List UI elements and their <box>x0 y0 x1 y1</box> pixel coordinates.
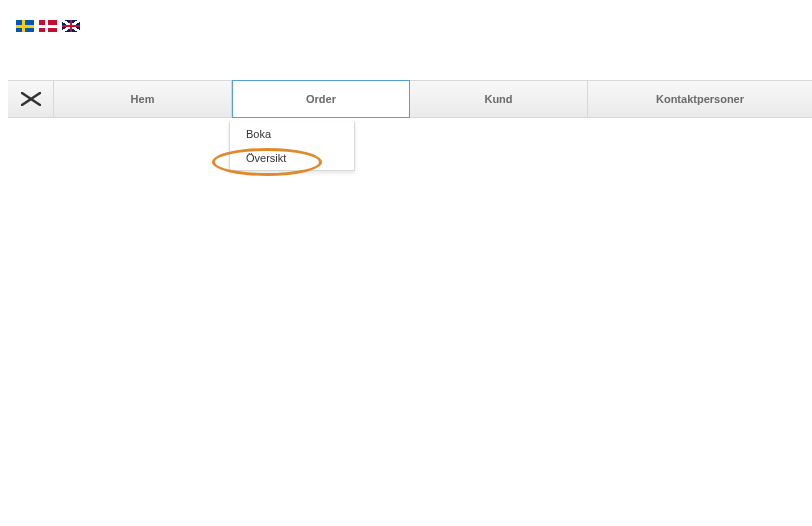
swedish-flag-icon[interactable] <box>16 20 34 32</box>
tab-kund[interactable]: Kund <box>410 81 588 117</box>
close-x-icon <box>21 92 41 106</box>
tab-label: Hem <box>131 93 155 105</box>
tab-label: Kund <box>484 93 512 105</box>
tab-label: Order <box>306 93 336 105</box>
language-flags <box>0 0 812 32</box>
uk-flag-icon[interactable] <box>62 20 80 32</box>
menu-toggle-button[interactable] <box>8 81 54 117</box>
danish-flag-icon[interactable] <box>39 20 57 32</box>
order-dropdown-menu: Boka Översikt <box>229 122 355 171</box>
tab-label: Kontaktpersoner <box>656 93 744 105</box>
tab-order[interactable]: Order <box>232 80 410 118</box>
main-navbar: Hem Order Kund Kontaktpersoner <box>8 80 812 118</box>
tab-hem[interactable]: Hem <box>54 81 232 117</box>
dropdown-item-label: Boka <box>246 128 271 140</box>
tab-kontaktpersoner[interactable]: Kontaktpersoner <box>588 81 812 117</box>
dropdown-item-oversikt[interactable]: Översikt <box>230 146 354 170</box>
dropdown-item-label: Översikt <box>246 152 286 164</box>
dropdown-item-boka[interactable]: Boka <box>230 122 354 146</box>
